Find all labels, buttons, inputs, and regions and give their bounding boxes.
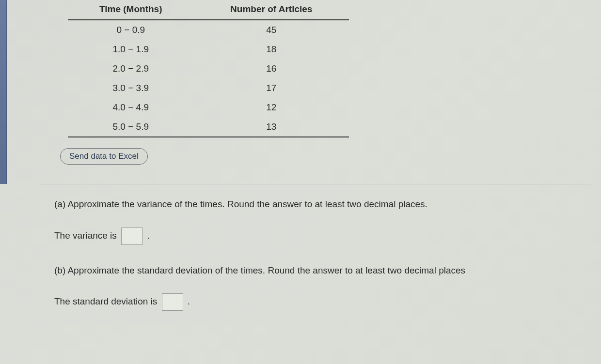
time-range-cell: 2.0 − 2.9: [68, 59, 194, 78]
table-row: 0 − 0.945: [68, 20, 349, 40]
table-row: 1.0 − 1.918: [68, 40, 349, 59]
part-a-suffix: .: [147, 230, 149, 241]
table-row: 5.0 − 5.913: [68, 117, 349, 137]
left-border-bar: [0, 0, 7, 184]
count-cell: 16: [194, 59, 349, 78]
send-to-excel-button[interactable]: Send data to Excel: [60, 148, 148, 165]
part-a-answer-line: The variance is .: [54, 228, 576, 245]
data-table-wrapper: Time (Months) Number of Articles 0 − 0.9…: [19, 0, 591, 137]
part-a-prefix: The variance is: [54, 230, 117, 241]
main-content: Time (Months) Number of Articles 0 − 0.9…: [0, 0, 601, 324]
question-panel: (a) Approximate the variance of the time…: [39, 184, 591, 324]
frequency-table: Time (Months) Number of Articles 0 − 0.9…: [68, 0, 349, 137]
count-cell: 13: [194, 117, 349, 137]
time-range-cell: 3.0 − 3.9: [68, 78, 194, 98]
variance-input[interactable]: [121, 228, 142, 245]
stddev-input[interactable]: [162, 293, 183, 311]
part-b-suffix: .: [188, 296, 190, 306]
count-cell: 12: [194, 98, 349, 117]
time-range-cell: 4.0 − 4.9: [68, 98, 194, 117]
table-row: 3.0 − 3.917: [68, 78, 349, 98]
time-range-cell: 5.0 − 5.9: [68, 117, 194, 137]
time-range-cell: 0 − 0.9: [68, 20, 194, 40]
button-row: Send data to Excel: [19, 148, 591, 165]
count-cell: 45: [194, 20, 349, 40]
table-row: 2.0 − 2.916: [68, 59, 349, 78]
part-b-answer-line: The standard deviation is .: [54, 293, 576, 311]
col-header-count: Number of Articles: [194, 0, 349, 20]
part-b-prompt: (b) Approximate the standard deviation o…: [54, 264, 576, 277]
time-range-cell: 1.0 − 1.9: [68, 40, 194, 59]
table-row: 4.0 − 4.912: [68, 98, 349, 117]
col-header-time: Time (Months): [68, 0, 194, 20]
part-b-prefix: The standard deviation is: [54, 296, 157, 306]
part-a-prompt: (a) Approximate the variance of the time…: [54, 198, 576, 211]
count-cell: 17: [194, 78, 349, 98]
count-cell: 18: [194, 40, 349, 59]
